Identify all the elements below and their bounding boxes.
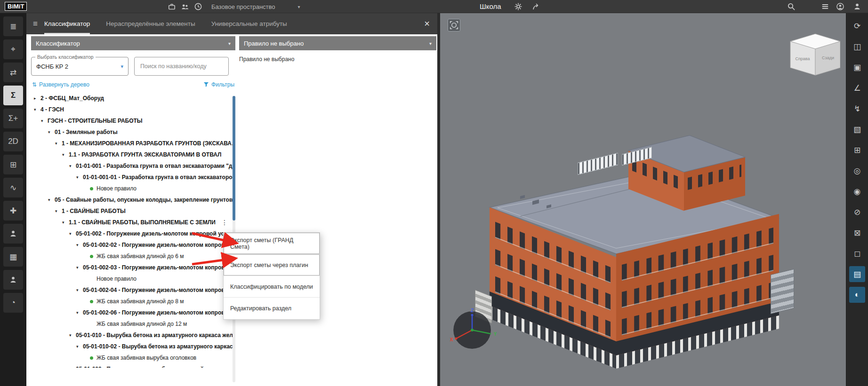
tree-caret-icon[interactable]: ▾ [76, 175, 83, 180]
view-2d-icon[interactable]: 2D [3, 132, 23, 151]
filters-link[interactable]: Фильтры [203, 81, 234, 88]
hide-icon[interactable]: ◻ [849, 245, 865, 261]
visibility-icon[interactable]: ◉ [849, 183, 865, 199]
tree-row[interactable]: ▾05-01-010 - Вырубка бетона из арматурно… [31, 330, 235, 341]
analytics-icon[interactable]: ∿ [3, 178, 23, 197]
tree-caret-icon[interactable]: ▾ [76, 344, 83, 349]
panel-collapse-icon[interactable]: ≡ [26, 19, 44, 29]
tree-row[interactable]: ▾4 - ГЭСН [31, 104, 235, 115]
viewport-focus-icon[interactable] [448, 19, 460, 32]
context-menu-item[interactable]: Классифицировать по модели [224, 276, 320, 298]
tree-caret-icon[interactable]: ▾ [48, 130, 55, 134]
tree-caret-icon[interactable]: ▾ [76, 243, 83, 247]
viewport-3d[interactable]: Z X Y Справа Сзади [440, 13, 846, 386]
hierarchy-icon[interactable]: ⊞ [3, 155, 23, 174]
tree-row[interactable]: ▾01-01-001 - Разработка грунта в отвал э… [31, 160, 235, 172]
tree-caret-icon[interactable]: ▾ [48, 197, 55, 202]
history-icon[interactable] [194, 2, 202, 11]
focus-icon[interactable]: ◎ [849, 163, 865, 179]
axes-gizmo[interactable]: Z X Y [444, 307, 500, 354]
tree-caret-icon[interactable]: ▾ [76, 265, 83, 270]
orbit-icon[interactable]: ⟳ [849, 18, 865, 34]
tree-row[interactable]: ▾05-01-002-02 - Погружение дизель-молото… [31, 239, 235, 251]
tree-row[interactable]: ▾05-01-002 - Погружение дизель-молотом к… [31, 228, 235, 239]
paint-icon[interactable]: ▤ [849, 266, 865, 282]
briefcase-icon[interactable] [168, 2, 176, 11]
grid-icon[interactable]: ⊞ [849, 142, 865, 158]
view-cube[interactable]: Справа Сзади [788, 32, 840, 78]
expand-tree-link[interactable]: ⇅ Развернуть дерево [32, 81, 89, 88]
tree-row[interactable]: ЖБ свая забивная длиной до 8 м [31, 296, 235, 307]
collections-icon[interactable]: ▦ [3, 247, 23, 267]
classifier-column-header[interactable]: Классификатор ▾ [31, 36, 235, 50]
app-logo[interactable]: BiMiT [5, 2, 27, 11]
tree-row[interactable]: ▾ГЭСН - СТРОИТЕЛЬНЫЕ РАБОТЫ [31, 115, 235, 126]
tree-row[interactable]: ▾01 - Земляные работы [31, 126, 235, 138]
gear-icon[interactable] [514, 2, 522, 11]
screen-icon[interactable]: ▣ [849, 59, 865, 75]
context-menu-item[interactable]: Экспорт сметы (ГРАНД Смета) [224, 233, 320, 254]
team-icon[interactable] [181, 2, 189, 11]
tree-row[interactable]: ЖБ свая забивная длиной до 12 м [31, 318, 235, 330]
tree-caret-icon[interactable]: ▾ [69, 231, 76, 236]
tree-row[interactable]: Новое правило [31, 273, 235, 284]
tree-row[interactable]: Новое правило [31, 183, 235, 194]
tree-caret-icon[interactable]: ▾ [62, 152, 69, 157]
frame-icon[interactable]: ◫ [849, 39, 865, 55]
tree-caret-icon[interactable]: ▾ [69, 367, 76, 368]
tree-row[interactable]: ▾1 - МЕХАНИЗИРОВАННАЯ РАЗРАБОТКА ГРУНТОВ… [31, 138, 235, 149]
context-menu-item[interactable]: Экспорт сметы через плагин [224, 254, 320, 276]
select-icon[interactable]: ⌖ [3, 39, 23, 59]
tab-1[interactable]: Классификатор [44, 13, 90, 34]
tree-caret-icon[interactable]: ▸ [34, 96, 40, 101]
tree-caret-icon[interactable]: ▾ [41, 118, 48, 123]
settings-sphere-icon[interactable]: ◐ [849, 287, 865, 303]
tree-row[interactable]: ▾1.1 - СВАЙНЫЕ РАБОТЫ, ВЫПОЛНЯЕМЫЕ С ЗЕМ… [31, 217, 235, 228]
menu-list-icon[interactable] [821, 2, 829, 11]
tree-row[interactable]: ▾05-01-002-06 - Погружение дизель-молото… [31, 307, 235, 318]
section-icon[interactable]: ⊘ [849, 204, 865, 220]
search-input[interactable] [134, 57, 229, 76]
model-tree-icon[interactable]: ≣ [3, 16, 23, 36]
measure-icon[interactable]: ∠ [849, 80, 865, 96]
tree-caret-icon[interactable]: ▾ [76, 310, 83, 315]
tree-caret-icon[interactable]: ▾ [55, 209, 62, 213]
tree-scrollbar-thumb[interactable] [233, 96, 235, 221]
building-model[interactable] [440, 13, 846, 386]
share-icon[interactable] [532, 2, 540, 11]
connections-icon[interactable]: ⇄ [3, 63, 23, 82]
tree-row[interactable]: ▾05-01-002-03 - Погружение дизель-молото… [31, 262, 235, 273]
plugins-icon[interactable]: ✚ [3, 201, 23, 221]
account-icon[interactable] [836, 2, 844, 11]
users-icon[interactable] [3, 224, 23, 244]
model-box-icon[interactable]: ▧ [849, 121, 865, 137]
tree-caret-icon[interactable]: ▾ [62, 220, 69, 225]
tree-row[interactable]: ▸2 - ФСБЦ_Мат_Оборуд [31, 93, 235, 104]
search-icon[interactable] [787, 2, 796, 11]
close-icon[interactable]: × [417, 18, 437, 29]
tree-row[interactable]: ▾01-01-001-01 - Разработка грунта в отва… [31, 172, 235, 183]
tree-row[interactable]: ▾05 - Свайные работы, опускные колодцы, … [31, 194, 235, 205]
tree-row[interactable]: ▾05-01-010-02 - Вырубка бетона из армату… [31, 341, 235, 352]
tab-2[interactable]: Нераспределённые элементы [106, 13, 195, 34]
tree-row[interactable]: ▾1.1 - РАЗРАБОТКА ГРУНТА ЭКСКАВАТОРАМИ В… [31, 149, 235, 160]
tree-caret-icon[interactable]: ▾ [69, 333, 76, 338]
tree-row[interactable]: ▾1 - СВАЙНЫЕ РАБОТЫ [31, 205, 235, 217]
user-icon[interactable] [853, 2, 861, 11]
workspace-selector[interactable]: Базовое пространство ▾ [211, 0, 300, 13]
tree-row[interactable]: ЖБ свая забивная вырубка оголовков [31, 352, 235, 363]
tab-3[interactable]: Универсальные атрибуты [211, 13, 287, 34]
classifier-icon[interactable]: Σ [3, 86, 23, 105]
clash-icon[interactable]: ↯ [849, 101, 865, 117]
classifier-add-icon[interactable]: Σ+ [3, 109, 23, 128]
tree-row[interactable]: ЖБ свая забивная длиной до 6 м [31, 251, 235, 262]
clip-box-icon[interactable]: ⊠ [849, 225, 865, 241]
tree-row[interactable]: ▾05-01-002-04 - Погружение дизель-молото… [31, 284, 235, 296]
tree-caret-icon[interactable]: ▾ [69, 164, 76, 168]
user-location-icon[interactable] [3, 270, 23, 290]
tree-caret-icon[interactable]: ▾ [34, 107, 40, 112]
dashboard-icon[interactable]: ◔ [3, 293, 23, 313]
tree-row[interactable]: ▾05-01-023 - Погружение железобетонных с… [31, 363, 235, 368]
classifier-select[interactable]: Выбрать классификатор ФСНБ КР 2 ▾ [31, 57, 129, 76]
rule-column-header[interactable]: Правило не выбрано ▾ [239, 36, 436, 50]
